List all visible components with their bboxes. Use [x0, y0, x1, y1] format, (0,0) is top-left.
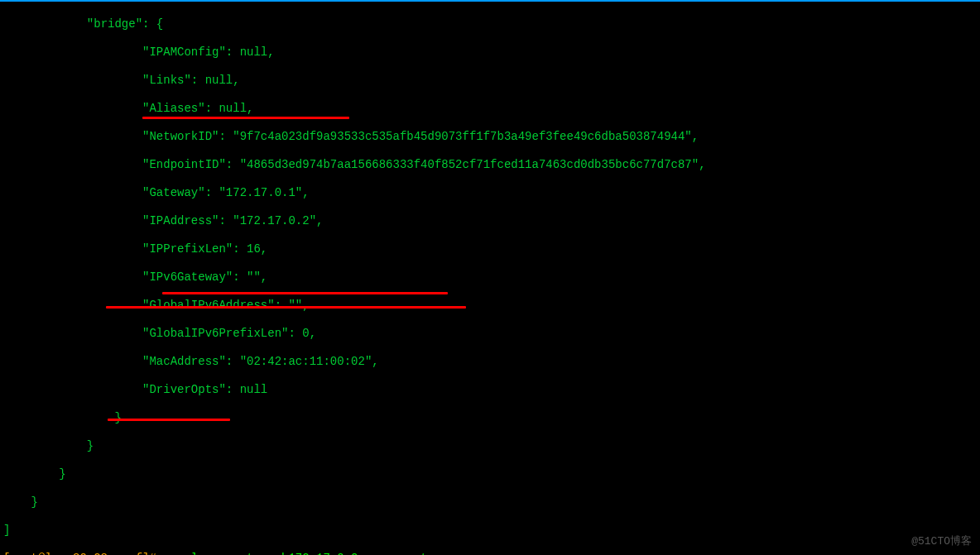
json-line: }	[3, 467, 980, 481]
annotation-underline	[108, 419, 230, 421]
shell-prompt-line: [root@lyc-80-28 conf]# mysql -uroot -h17…	[3, 552, 980, 555]
json-line: "IPv6Gateway": "",	[3, 270, 980, 285]
json-line: "MacAddress": "02:42:ac:11:00:02",	[3, 355, 980, 369]
json-line: "Links": null,	[3, 74, 980, 88]
json-line: "EndpointID": "4865d3ed974b7aa156686333f…	[3, 158, 980, 172]
json-line: "DriverOpts": null	[3, 383, 980, 397]
json-line: "NetworkID": "9f7c4a023df9a93533c535afb4…	[3, 130, 980, 144]
json-line: "IPAddress": "172.17.0.2",	[3, 214, 980, 228]
json-line: "Aliases": null,	[3, 102, 980, 116]
shell-command: mysql -uroot -h172.17.0.2 -proot	[156, 552, 428, 555]
json-line: "bridge": {	[3, 17, 980, 31]
json-line: ]	[3, 524, 980, 538]
watermark: @51CTO博客	[911, 534, 972, 548]
terminal-output[interactable]: "bridge": { "IPAMConfig": null, "Links":…	[0, 2, 980, 555]
json-line: "IPAMConfig": null,	[3, 45, 980, 60]
json-line: "GlobalIPv6PrefixLen": 0,	[3, 327, 980, 341]
json-line: }	[3, 439, 980, 453]
annotation-underline	[142, 117, 349, 119]
json-line: }	[3, 495, 980, 510]
shell-prompt: [root@lyc-80-28 conf]#	[3, 552, 156, 555]
annotation-underline	[106, 306, 466, 309]
annotation-underline	[162, 292, 448, 294]
json-line: "IPPrefixLen": 16,	[3, 242, 980, 256]
json-line: "Gateway": "172.17.0.1",	[3, 186, 980, 200]
